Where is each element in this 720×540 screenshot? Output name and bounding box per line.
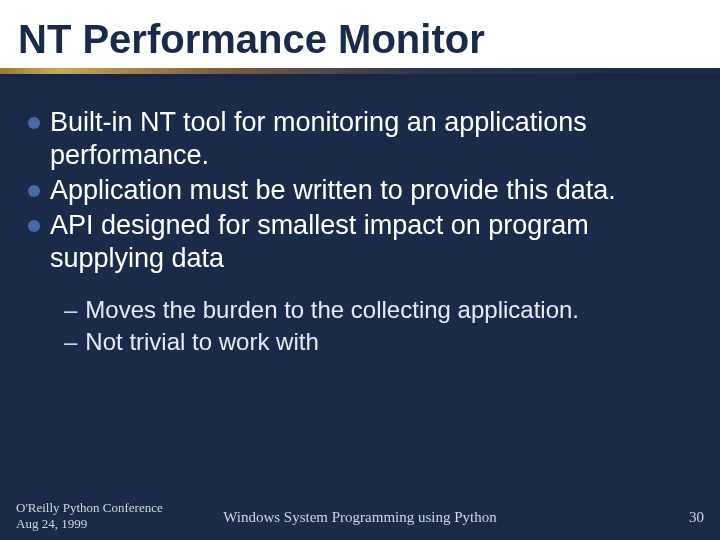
sub-bullet-text: Moves the burden to the collecting appli… [85, 295, 579, 325]
bullet-item: Built-in NT tool for monitoring an appli… [28, 106, 692, 172]
bullet-text: Built-in NT tool for monitoring an appli… [50, 106, 692, 172]
bullet-text: Application must be written to provide t… [50, 174, 616, 207]
dash-icon: – [64, 295, 77, 325]
bullet-dot-icon [28, 220, 40, 232]
bullet-dot-icon [28, 185, 40, 197]
bullet-text: API designed for smallest impact on prog… [50, 209, 692, 275]
dash-icon: – [64, 327, 77, 357]
bullet-item: API designed for smallest impact on prog… [28, 209, 692, 275]
title-shadow [0, 74, 720, 88]
bullet-item: Application must be written to provide t… [28, 174, 692, 207]
bullet-dot-icon [28, 117, 40, 129]
title-area: NT Performance Monitor [0, 0, 720, 68]
sub-bullet-item: – Not trivial to work with [64, 327, 692, 357]
footer-center: Windows System Programming using Python [0, 509, 720, 526]
footer-page-number: 30 [689, 509, 704, 526]
slide-title: NT Performance Monitor [18, 18, 702, 60]
slide: NT Performance Monitor Built-in NT tool … [0, 0, 720, 540]
sub-bullet-item: – Moves the burden to the collecting app… [64, 295, 692, 325]
footer: O'Reilly Python Conference Aug 24, 1999 … [0, 492, 720, 540]
sub-bullets: – Moves the burden to the collecting app… [28, 295, 692, 357]
sub-bullet-text: Not trivial to work with [85, 327, 318, 357]
content-area: Built-in NT tool for monitoring an appli… [0, 88, 720, 357]
